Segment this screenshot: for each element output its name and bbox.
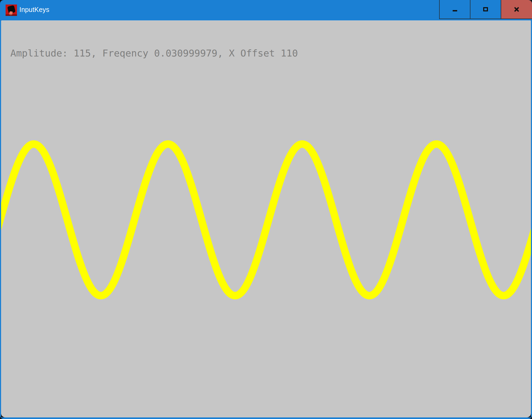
window-title: InputKeys [19,6,49,14]
sine-wave-path [1,144,531,296]
app-canvas[interactable]: Amplitude: 115, Freqency 0.030999979, X … [1,20,531,417]
maximize-icon [483,7,488,11]
app-logo-shade [6,14,17,16]
window-controls [439,0,532,20]
sine-wave-chart [1,21,531,417]
app-window: InputKeys Amplitude: 115, Freqency 0.030… [0,0,532,419]
close-button[interactable] [501,0,532,19]
maximize-button[interactable] [470,0,501,19]
window-border-right [531,20,532,419]
minimize-button[interactable] [439,0,470,19]
minimize-icon [453,10,457,11]
app-logo-icon [6,5,17,16]
titlebar[interactable]: InputKeys [0,0,532,20]
close-icon [514,7,519,12]
window-border-bottom [0,417,532,419]
status-text: Amplitude: 115, Freqency 0.030999979, X … [10,48,298,59]
